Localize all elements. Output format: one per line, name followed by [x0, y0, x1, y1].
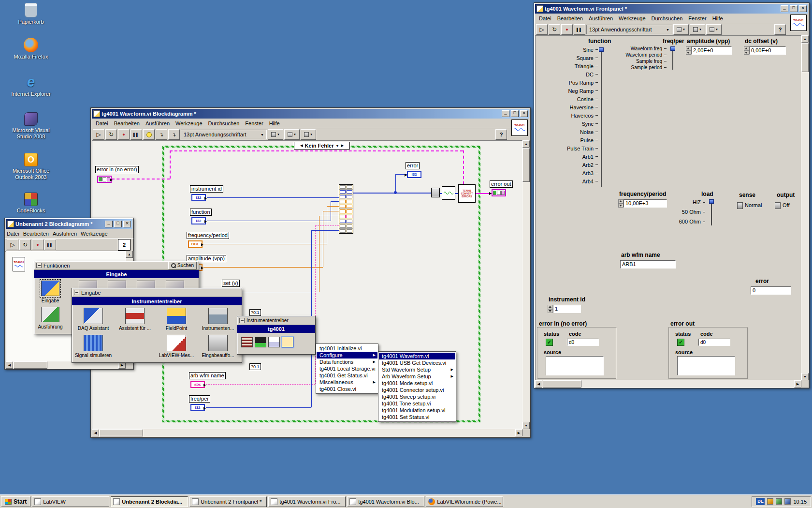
pushpin-icon[interactable]: [239, 318, 245, 323]
scrollbar-thumb[interactable]: [801, 43, 809, 72]
menu-item[interactable]: Bearbeiten: [21, 230, 51, 238]
taskbar-button[interactable]: Unbenannt 2 Blockdia...: [111, 496, 188, 507]
output-control[interactable]: Off: [775, 202, 789, 209]
palette-item-labview-mes[interactable]: LabVIEW-Mes...: [156, 335, 197, 359]
error-in-terminal[interactable]: [97, 176, 112, 183]
vi-icon[interactable]: TG4001: [511, 120, 528, 136]
close-button[interactable]: [799, 5, 807, 12]
list-item[interactable]: Cosine: [577, 95, 598, 103]
search-button[interactable]: Suchen: [168, 262, 197, 269]
freq-per-label[interactable]: freq/per: [189, 395, 210, 403]
maximize-button[interactable]: [114, 221, 122, 227]
menu-item[interactable]: Werkzeuge: [616, 15, 648, 22]
scrollbar-thumb[interactable]: [14, 361, 47, 369]
menu-item[interactable]: Datei: [5, 230, 21, 238]
merge-errors-node[interactable]: [431, 188, 440, 197]
list-item[interactable]: Pulse Train: [567, 144, 598, 152]
menu-item[interactable]: tg4001 Set Status.vi: [379, 414, 455, 420]
menu-item[interactable]: Durchsuchen: [649, 15, 686, 22]
palette-titlebar[interactable]: Eingabe: [72, 288, 242, 297]
taskbar-button[interactable]: LabVIEWforum.de (Powe...: [426, 496, 503, 507]
error-in-label[interactable]: error in (no error): [95, 166, 139, 173]
taskbar-button[interactable]: tg4001 Waveform.vi Fro...: [268, 496, 346, 507]
case-selector[interactable]: ◀ Kein Fehler ▼ ▶: [294, 142, 350, 149]
close-button[interactable]: [123, 221, 131, 227]
list-item[interactable]: Triangle: [575, 62, 598, 70]
run-button[interactable]: [7, 239, 18, 250]
driver-icon-3[interactable]: [268, 337, 280, 347]
menu-item[interactable]: Ausführen: [51, 230, 79, 238]
horizontal-scrollbar[interactable]: [535, 380, 801, 388]
amplitude-value[interactable]: 2,00E+0: [691, 46, 732, 55]
select-node[interactable]: ?0:1: [249, 309, 261, 316]
vi-icon[interactable]: 2: [118, 239, 130, 251]
palette-category-header[interactable]: Instrumententreiber: [72, 297, 242, 305]
menu-item[interactable]: Ausführen: [586, 15, 616, 22]
list-item[interactable]: Waveform period: [625, 52, 667, 58]
function-slider-rail[interactable]: [601, 47, 602, 187]
instrument-id-terminal[interactable]: I32: [191, 194, 206, 201]
list-item[interactable]: Haversine: [569, 103, 598, 111]
menu-item[interactable]: Bearbeiten: [111, 120, 143, 127]
start-button[interactable]: Start: [1, 496, 30, 507]
font-ring[interactable]: 13pt Anwendungsschriftart: [586, 25, 672, 34]
code-value[interactable]: d0: [698, 339, 730, 346]
dc-offset-control[interactable]: 0,00E+0: [744, 46, 786, 55]
scroll-left-icon[interactable]: [535, 380, 542, 388]
palette-category-header[interactable]: Eingabe: [34, 270, 199, 278]
clock[interactable]: 10:15: [793, 499, 807, 505]
desktop-icon-codeblocks[interactable]: CodeBlocks: [9, 193, 53, 214]
list-item[interactable]: Noise: [580, 128, 598, 136]
pause-button[interactable]: [130, 129, 142, 140]
language-indicator[interactable]: DE: [756, 498, 765, 505]
menu-item[interactable]: Ausführen: [143, 120, 173, 127]
subvi-icon[interactable]: [442, 186, 455, 200]
scroll-up-icon[interactable]: [522, 140, 530, 148]
palette-item-eingabe[interactable]: Eingabe: [34, 281, 66, 304]
arb-wfm-name-label[interactable]: arb wfm name: [189, 372, 226, 379]
list-item[interactable]: Pulse: [580, 136, 598, 144]
arb-wfm-name-value[interactable]: ARB1: [620, 260, 676, 269]
list-item[interactable]: Waveform freq: [631, 45, 667, 52]
frequency-period-terminal[interactable]: DBL: [188, 240, 203, 248]
dc-offset-value[interactable]: 0,00E+0: [749, 46, 786, 55]
menu-item[interactable]: Hilfe: [710, 15, 726, 22]
list-item[interactable]: Havercos: [571, 111, 598, 120]
menu-item[interactable]: tg4001 USB Get Devices.vi: [379, 359, 455, 366]
palette-item-daq-assistant[interactable]: DAQ Assistant: [73, 308, 114, 331]
offset-label[interactable]: set (v): [222, 280, 240, 287]
menu-item[interactable]: Hilfe: [266, 120, 283, 127]
palette-item-signal-simulieren[interactable]: Signal simulieren: [73, 335, 114, 359]
menu-item[interactable]: Werkzeuge: [79, 230, 109, 238]
scroll-up-icon[interactable]: [801, 35, 809, 43]
highlight-execution-button[interactable]: [143, 129, 155, 140]
align-objects-dropdown[interactable]: [268, 129, 283, 140]
tray-icon-1[interactable]: [767, 498, 773, 505]
driver-icon-1[interactable]: [241, 337, 253, 347]
menu-item[interactable]: Configure: [317, 352, 377, 359]
align-objects-dropdown[interactable]: [673, 24, 689, 35]
run-continuous-button[interactable]: [549, 24, 560, 35]
resize-objects-dropdown[interactable]: [706, 24, 722, 35]
run-button[interactable]: [536, 24, 548, 35]
function-terminal[interactable]: I32: [191, 217, 206, 224]
case-next-icon[interactable]: ▶: [341, 144, 343, 148]
scroll-right-icon[interactable]: [794, 380, 801, 388]
palette-category-header[interactable]: tg4001: [237, 325, 315, 333]
menu-item[interactable]: tg4001 Get Status.vi: [317, 372, 377, 379]
list-item[interactable]: Arb1: [582, 152, 598, 161]
run-continuous-button[interactable]: [105, 129, 117, 140]
sense-control[interactable]: Normal: [737, 202, 762, 209]
list-item[interactable]: Sample freq: [636, 58, 667, 64]
list-item[interactable]: DC: [586, 70, 598, 78]
driver-icon-2[interactable]: [255, 337, 266, 347]
menu-item[interactable]: tg4001 Close.vi: [317, 386, 377, 392]
list-item[interactable]: Sync: [582, 120, 598, 128]
list-item[interactable]: Sample period: [631, 64, 667, 71]
help-button[interactable]: [495, 129, 507, 140]
scroll-down-icon[interactable]: [801, 373, 809, 380]
menu-item[interactable]: tg4001 Tone setup.vi: [379, 400, 455, 407]
palette-titlebar[interactable]: Instrumententreiber: [237, 316, 315, 325]
amplitude-control[interactable]: 2,00E+0: [686, 46, 732, 55]
vertical-scrollbar[interactable]: [801, 35, 809, 380]
